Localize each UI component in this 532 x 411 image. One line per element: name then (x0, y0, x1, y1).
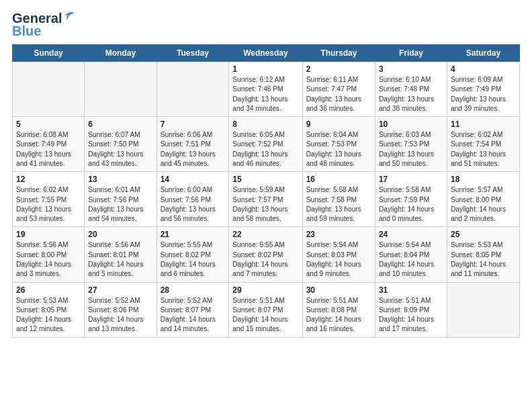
day-info: Sunrise: 6:12 AM Sunset: 7:46 PM Dayligh… (232, 75, 298, 113)
day-info: Sunrise: 6:01 AM Sunset: 7:56 PM Dayligh… (88, 185, 152, 224)
weekday-header-monday: Monday (85, 45, 157, 62)
day-number: 20 (88, 230, 152, 239)
logo: General Blue (12, 11, 75, 39)
calendar-cell: 11Sunrise: 6:02 AM Sunset: 7:54 PM Dayli… (447, 117, 519, 172)
calendar-cell: 22Sunrise: 5:55 AM Sunset: 8:02 PM Dayli… (229, 227, 302, 282)
day-info: Sunrise: 5:54 AM Sunset: 8:03 PM Dayligh… (306, 240, 371, 279)
day-info: Sunrise: 6:02 AM Sunset: 7:55 PM Dayligh… (16, 185, 81, 224)
day-info: Sunrise: 6:00 AM Sunset: 7:56 PM Dayligh… (161, 185, 226, 224)
day-info: Sunrise: 6:07 AM Sunset: 7:50 PM Dayligh… (88, 130, 152, 169)
day-info: Sunrise: 5:51 AM Sunset: 8:08 PM Dayligh… (306, 296, 371, 334)
header: General Blue (12, 11, 520, 39)
day-info: Sunrise: 5:51 AM Sunset: 8:09 PM Dayligh… (379, 296, 443, 334)
day-number: 7 (161, 120, 226, 129)
calendar-cell: 25Sunrise: 5:53 AM Sunset: 8:05 PM Dayli… (447, 227, 519, 282)
calendar-cell: 7Sunrise: 6:06 AM Sunset: 7:51 PM Daylig… (157, 117, 229, 172)
week-row-5: 26Sunrise: 5:53 AM Sunset: 8:05 PM Dayli… (13, 282, 520, 337)
day-number: 8 (232, 120, 298, 129)
calendar-cell: 4Sunrise: 6:09 AM Sunset: 7:49 PM Daylig… (447, 62, 519, 117)
weekday-header-tuesday: Tuesday (157, 45, 229, 62)
day-number: 26 (16, 285, 81, 295)
day-number: 21 (161, 230, 226, 239)
day-number: 25 (451, 230, 516, 239)
day-number: 10 (379, 120, 443, 129)
calendar-cell: 8Sunrise: 6:05 AM Sunset: 7:52 PM Daylig… (229, 117, 302, 172)
calendar-cell: 17Sunrise: 5:58 AM Sunset: 7:59 PM Dayli… (375, 172, 447, 227)
calendar-cell: 14Sunrise: 6:00 AM Sunset: 7:56 PM Dayli… (157, 172, 229, 227)
calendar-cell: 6Sunrise: 6:07 AM Sunset: 7:50 PM Daylig… (85, 117, 157, 172)
day-number: 5 (16, 120, 81, 129)
day-number: 9 (306, 120, 371, 129)
week-row-1: 1Sunrise: 6:12 AM Sunset: 7:46 PM Daylig… (13, 62, 520, 117)
day-info: Sunrise: 6:10 AM Sunset: 7:48 PM Dayligh… (379, 75, 443, 113)
day-number: 17 (379, 175, 443, 184)
calendar-cell: 31Sunrise: 5:51 AM Sunset: 8:09 PM Dayli… (375, 282, 447, 337)
day-number: 3 (379, 64, 443, 74)
weekday-header-wednesday: Wednesday (229, 45, 302, 62)
calendar-cell: 24Sunrise: 5:54 AM Sunset: 8:04 PM Dayli… (375, 227, 447, 282)
day-info: Sunrise: 5:59 AM Sunset: 7:57 PM Dayligh… (232, 185, 298, 224)
calendar-cell: 21Sunrise: 5:55 AM Sunset: 8:02 PM Dayli… (157, 227, 229, 282)
calendar-cell: 16Sunrise: 5:58 AM Sunset: 7:58 PM Dayli… (302, 172, 375, 227)
day-info: Sunrise: 5:56 AM Sunset: 8:00 PM Dayligh… (16, 240, 81, 279)
day-number: 18 (451, 175, 516, 184)
day-info: Sunrise: 5:55 AM Sunset: 8:02 PM Dayligh… (232, 240, 298, 279)
day-info: Sunrise: 5:56 AM Sunset: 8:01 PM Dayligh… (88, 240, 152, 279)
day-info: Sunrise: 5:52 AM Sunset: 8:06 PM Dayligh… (88, 296, 152, 334)
logo-bird-icon (63, 11, 75, 23)
day-info: Sunrise: 5:55 AM Sunset: 8:02 PM Dayligh… (161, 240, 226, 279)
calendar-cell: 23Sunrise: 5:54 AM Sunset: 8:03 PM Dayli… (302, 227, 375, 282)
calendar-cell: 18Sunrise: 5:57 AM Sunset: 8:00 PM Dayli… (447, 172, 519, 227)
calendar-cell: 19Sunrise: 5:56 AM Sunset: 8:00 PM Dayli… (13, 227, 85, 282)
day-number: 16 (306, 175, 371, 184)
day-number: 29 (232, 285, 298, 295)
day-info: Sunrise: 6:03 AM Sunset: 7:53 PM Dayligh… (379, 130, 443, 169)
calendar-cell (157, 62, 229, 117)
calendar-cell: 27Sunrise: 5:52 AM Sunset: 8:06 PM Dayli… (85, 282, 157, 337)
day-number: 23 (306, 230, 371, 239)
day-info: Sunrise: 5:52 AM Sunset: 8:07 PM Dayligh… (161, 296, 226, 334)
day-info: Sunrise: 5:58 AM Sunset: 7:58 PM Dayligh… (306, 185, 371, 224)
week-row-4: 19Sunrise: 5:56 AM Sunset: 8:00 PM Dayli… (13, 227, 520, 282)
day-info: Sunrise: 6:06 AM Sunset: 7:51 PM Dayligh… (161, 130, 226, 169)
day-number: 22 (232, 230, 298, 239)
day-info: Sunrise: 6:04 AM Sunset: 7:53 PM Dayligh… (306, 130, 371, 169)
calendar-cell (85, 62, 157, 117)
calendar-cell: 13Sunrise: 6:01 AM Sunset: 7:56 PM Dayli… (85, 172, 157, 227)
day-number: 28 (161, 285, 226, 295)
day-info: Sunrise: 6:05 AM Sunset: 7:52 PM Dayligh… (232, 130, 298, 169)
day-info: Sunrise: 6:11 AM Sunset: 7:47 PM Dayligh… (306, 75, 371, 113)
weekday-header-sunday: Sunday (13, 45, 85, 62)
week-row-2: 5Sunrise: 6:08 AM Sunset: 7:49 PM Daylig… (13, 117, 520, 172)
day-number: 14 (161, 175, 226, 184)
day-info: Sunrise: 5:51 AM Sunset: 8:07 PM Dayligh… (232, 296, 298, 334)
weekday-header-saturday: Saturday (447, 45, 519, 62)
day-number: 15 (232, 175, 298, 184)
day-info: Sunrise: 5:54 AM Sunset: 8:04 PM Dayligh… (379, 240, 443, 279)
day-number: 2 (306, 64, 371, 74)
calendar-cell: 30Sunrise: 5:51 AM Sunset: 8:08 PM Dayli… (302, 282, 375, 337)
day-info: Sunrise: 5:58 AM Sunset: 7:59 PM Dayligh… (379, 185, 443, 224)
calendar-cell: 10Sunrise: 6:03 AM Sunset: 7:53 PM Dayli… (375, 117, 447, 172)
calendar-cell: 1Sunrise: 6:12 AM Sunset: 7:46 PM Daylig… (229, 62, 302, 117)
day-number: 24 (379, 230, 443, 239)
day-info: Sunrise: 6:02 AM Sunset: 7:54 PM Dayligh… (451, 130, 516, 169)
calendar: SundayMondayTuesdayWednesdayThursdayFrid… (12, 44, 520, 338)
day-number: 11 (451, 120, 516, 129)
calendar-cell (447, 282, 519, 337)
calendar-cell: 3Sunrise: 6:10 AM Sunset: 7:48 PM Daylig… (375, 62, 447, 117)
day-number: 12 (16, 175, 81, 184)
page: General Blue SundayMondayTuesdayWednesda… (0, 0, 532, 345)
calendar-cell: 12Sunrise: 6:02 AM Sunset: 7:55 PM Dayli… (13, 172, 85, 227)
day-info: Sunrise: 6:08 AM Sunset: 7:49 PM Dayligh… (16, 130, 81, 169)
day-info: Sunrise: 5:53 AM Sunset: 8:05 PM Dayligh… (16, 296, 81, 334)
day-info: Sunrise: 5:57 AM Sunset: 8:00 PM Dayligh… (451, 185, 516, 224)
weekday-header-friday: Friday (375, 45, 447, 62)
day-number: 1 (232, 64, 298, 74)
calendar-cell: 20Sunrise: 5:56 AM Sunset: 8:01 PM Dayli… (85, 227, 157, 282)
calendar-cell: 9Sunrise: 6:04 AM Sunset: 7:53 PM Daylig… (302, 117, 375, 172)
day-info: Sunrise: 6:09 AM Sunset: 7:49 PM Dayligh… (451, 75, 516, 113)
week-row-3: 12Sunrise: 6:02 AM Sunset: 7:55 PM Dayli… (13, 172, 520, 227)
day-number: 4 (451, 64, 516, 74)
logo-blue: Blue (12, 24, 41, 39)
